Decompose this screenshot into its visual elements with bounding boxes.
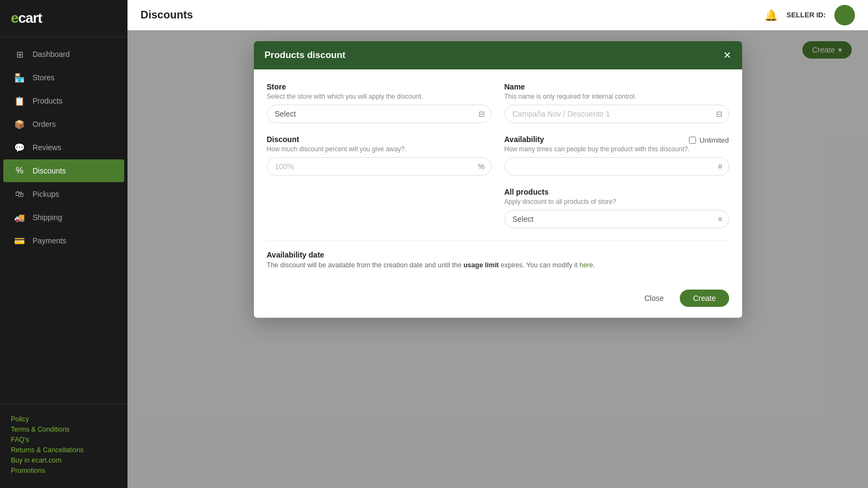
sidebar-item-pickups[interactable]: 🛍 Pickups xyxy=(3,183,124,206)
sidebar-item-label: Discounts xyxy=(33,166,66,175)
avail-desc-bold: usage limit xyxy=(463,261,499,269)
modal-title: Products discount xyxy=(265,50,346,61)
products-discount-modal: Products discount ✕ Store Select the sto… xyxy=(254,41,742,318)
unlimited-label: Unlimited xyxy=(699,136,729,144)
footer-link-terms--conditions[interactable]: Terms & Conditions xyxy=(11,426,117,433)
sidebar-item-label: Pickups xyxy=(33,190,59,198)
availability-hint: How many times can people buy the produc… xyxy=(505,145,729,153)
dashboard-icon: ⊞ xyxy=(14,49,25,60)
logo-text: eecartcart xyxy=(11,10,42,27)
availability-header: Availability Unlimited xyxy=(505,135,729,145)
modal-body: Store Select the store with which you wi… xyxy=(254,69,742,282)
modal-close-button[interactable]: ✕ xyxy=(723,50,731,60)
topbar: Discounts 🔔 SELLER ID: xyxy=(127,0,868,30)
avail-desc-end: . xyxy=(593,261,595,269)
sidebar-item-payments[interactable]: 💳 Payments xyxy=(3,229,124,252)
sidebar-logo: eecartcart xyxy=(0,0,127,37)
form-group-name: Name This name is only required for inte… xyxy=(505,82,729,123)
form-group-empty xyxy=(267,188,492,228)
availability-date-section: Availability date The discount will be a… xyxy=(267,240,729,269)
content-area: Create ▾ Products discount ✕ Store Selec… xyxy=(127,30,868,488)
discount-input[interactable] xyxy=(267,157,492,176)
form-row-all-products: All products Apply discount to all produ… xyxy=(267,188,729,228)
sidebar-item-shipping[interactable]: 🚚 Shipping xyxy=(3,206,124,229)
modal-footer: Close Create xyxy=(254,282,742,318)
stores-icon: 🏪 xyxy=(14,72,25,83)
form-row-discount-availability: Discount How much discount percent will … xyxy=(267,135,729,176)
sidebar-item-label: Stores xyxy=(33,73,54,82)
avail-desc-start: The discount will be available from the … xyxy=(267,261,464,269)
sidebar-item-label: Products xyxy=(33,97,62,105)
availability-date-desc: The discount will be available from the … xyxy=(267,261,729,269)
footer-link-faqs[interactable]: FAQ's xyxy=(11,436,117,444)
unlimited-checkbox[interactable] xyxy=(689,137,696,144)
availability-label: Availability xyxy=(505,135,544,144)
modal-header: Products discount ✕ xyxy=(254,41,742,69)
footer-link-promotions[interactable]: Promotions xyxy=(11,467,117,474)
name-input-wrapper: ⊟ xyxy=(505,105,729,123)
sidebar-nav: ⊞ Dashboard 🏪 Stores 📋 Products 📦 Orders… xyxy=(0,37,127,399)
availability-input[interactable]: 100 xyxy=(505,157,729,176)
notification-icon[interactable]: 🔔 xyxy=(764,9,778,22)
sidebar-item-reviews[interactable]: 💬 Reviews xyxy=(3,136,124,159)
form-row-store-name: Store Select the store with which you wi… xyxy=(267,82,729,123)
footer-link-policy[interactable]: Policy xyxy=(11,415,117,423)
create-button[interactable]: Create xyxy=(680,290,729,307)
name-hint: This name is only required for internal … xyxy=(505,93,729,100)
store-select-wrapper: Select ⊟ xyxy=(267,105,492,123)
store-label: Store xyxy=(267,82,492,91)
sidebar-item-label: Orders xyxy=(33,120,56,129)
store-select[interactable]: Select xyxy=(267,105,492,123)
all-products-select[interactable]: Select xyxy=(505,210,729,228)
sidebar: eecartcart ⊞ Dashboard 🏪 Stores 📋 Produc… xyxy=(0,0,127,488)
avatar[interactable] xyxy=(834,5,855,25)
form-group-availability: Availability Unlimited How many times ca… xyxy=(505,135,729,176)
sidebar-item-discounts[interactable]: % Discounts xyxy=(3,159,124,182)
sidebar-item-orders[interactable]: 📦 Orders xyxy=(3,113,124,136)
all-products-label: All products xyxy=(505,188,729,196)
unlimited-check[interactable]: Unlimited xyxy=(689,136,729,144)
sidebar-item-dashboard[interactable]: ⊞ Dashboard xyxy=(3,43,124,66)
availability-date-title: Availability date xyxy=(267,251,729,259)
sidebar-item-label: Dashboard xyxy=(33,50,70,59)
sidebar-divider xyxy=(0,404,127,404)
sidebar-item-products[interactable]: 📋 Products xyxy=(3,89,124,112)
store-hint: Select the store with which you will app… xyxy=(267,93,492,100)
modal-overlay: Products discount ✕ Store Select the sto… xyxy=(127,30,868,488)
topbar-right: 🔔 SELLER ID: xyxy=(764,5,855,25)
discount-hint: How much discount percent will you give … xyxy=(267,145,492,153)
sidebar-item-label: Payments xyxy=(33,236,66,245)
form-group-discount: Discount How much discount percent will … xyxy=(267,135,492,176)
sidebar-item-stores[interactable]: 🏪 Stores xyxy=(3,66,124,89)
products-icon: 📋 xyxy=(14,95,25,106)
availability-input-wrapper: 100 # xyxy=(505,157,729,176)
sidebar-item-label: Reviews xyxy=(33,143,61,152)
orders-icon: 📦 xyxy=(14,119,25,130)
all-products-select-wrapper: Select ≡ xyxy=(505,210,729,228)
all-products-hint: Apply discount to all products of store? xyxy=(505,198,729,206)
main-area: Discounts 🔔 SELLER ID: Create ▾ Products… xyxy=(127,0,868,488)
discounts-icon: % xyxy=(14,165,25,176)
discount-label: Discount xyxy=(267,135,492,144)
sidebar-footer: PolicyTerms & ConditionsFAQ'sReturns & C… xyxy=(0,410,127,488)
footer-link-buy-in-ecartcom[interactable]: Buy in ecart.com xyxy=(11,457,117,464)
close-button[interactable]: Close xyxy=(634,290,675,307)
sidebar-item-label: Shipping xyxy=(33,213,62,222)
footer-link-returns--cancellations[interactable]: Returns & Cancellations xyxy=(11,446,117,454)
page-title: Discounts xyxy=(141,9,193,21)
avail-desc-link[interactable]: here xyxy=(579,261,593,269)
name-input[interactable] xyxy=(505,105,729,123)
shipping-icon: 🚚 xyxy=(14,212,25,223)
pickups-icon: 🛍 xyxy=(14,189,25,200)
seller-id-label: SELLER ID: xyxy=(787,11,826,19)
name-label: Name xyxy=(505,82,729,91)
form-group-store: Store Select the store with which you wi… xyxy=(267,82,492,123)
payments-icon: 💳 xyxy=(14,235,25,246)
form-group-all-products: All products Apply discount to all produ… xyxy=(505,188,729,228)
discount-input-wrapper: % xyxy=(267,157,492,176)
reviews-icon: 💬 xyxy=(14,142,25,153)
avail-desc-mid: expires. You can modify it xyxy=(499,261,580,269)
